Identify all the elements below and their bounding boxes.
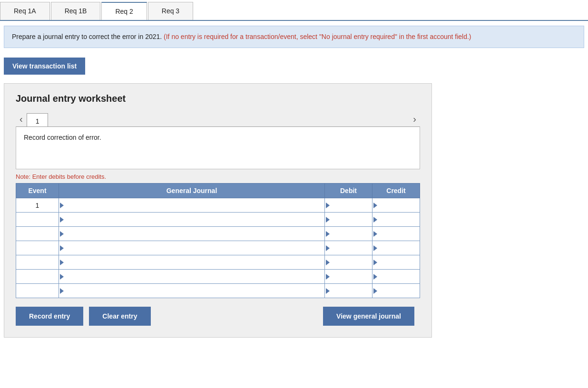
view-transaction-button[interactable]: View transaction list [4, 58, 85, 75]
journal-cell[interactable] [59, 227, 325, 241]
journal-input[interactable] [59, 227, 324, 241]
journal-input[interactable] [59, 284, 324, 298]
debit-cell[interactable] [325, 270, 372, 284]
table-row [16, 213, 420, 227]
event-cell [16, 213, 59, 227]
debit-cell[interactable] [325, 213, 372, 227]
triangle-icon [373, 231, 377, 237]
tab-box: 1 [27, 113, 49, 126]
tab-req1a[interactable]: Req 1A [0, 2, 50, 20]
triangle-icon [373, 245, 377, 251]
table-row [16, 270, 420, 284]
debit-cell[interactable] [325, 255, 372, 270]
instruction-main-text: Prepare a journal entry to correct the e… [12, 33, 162, 40]
tab-req3[interactable]: Req 3 [148, 2, 193, 20]
journal-input[interactable] [59, 255, 324, 269]
current-tab-number: 1 [27, 113, 49, 126]
triangle-icon [60, 245, 64, 251]
journal-input[interactable] [59, 270, 324, 283]
debit-cell[interactable] [325, 241, 372, 255]
triangle-icon [373, 260, 377, 265]
triangle-icon [326, 231, 330, 237]
instruction-red-text: (If no entry is required for a transacti… [162, 33, 471, 40]
debit-input[interactable] [325, 241, 372, 255]
event-cell [16, 270, 59, 284]
triangle-icon [373, 274, 377, 280]
journal-cell[interactable] [59, 241, 325, 255]
next-button[interactable]: › [409, 112, 420, 126]
credit-input[interactable] [372, 198, 420, 212]
credit-cell[interactable] [372, 227, 420, 241]
tabs-bar: Req 1A Req 1B Req 2 Req 3 [0, 0, 588, 21]
debit-input[interactable] [325, 270, 372, 283]
journal-cell[interactable] [59, 213, 325, 227]
journal-input[interactable] [59, 198, 324, 212]
event-cell [16, 284, 59, 298]
credit-cell[interactable] [372, 270, 420, 284]
debit-input[interactable] [325, 255, 372, 269]
nav-row: ‹ 1 › [16, 112, 420, 126]
table-row [16, 255, 420, 270]
table-row [16, 284, 420, 298]
triangle-icon [60, 231, 64, 237]
triangle-icon [60, 203, 64, 208]
credit-cell[interactable] [372, 255, 420, 270]
triangle-icon [326, 274, 330, 280]
triangle-icon [60, 288, 64, 294]
table-row [16, 241, 420, 255]
worksheet-title: Journal entry worksheet [16, 93, 420, 104]
prev-button[interactable]: ‹ [16, 112, 27, 126]
event-cell: 1 [16, 198, 59, 213]
credit-cell[interactable] [372, 284, 420, 298]
journal-table: Event General Journal Debit Credit 1 [16, 183, 420, 298]
credit-cell[interactable] [372, 241, 420, 255]
instruction-box: Prepare a journal entry to correct the e… [4, 26, 584, 48]
tab-req2[interactable]: Req 2 [101, 2, 147, 20]
debit-input[interactable] [325, 213, 372, 226]
debit-cell[interactable] [325, 227, 372, 241]
credit-input[interactable] [372, 227, 420, 241]
debit-cell[interactable] [325, 198, 372, 213]
debit-cell[interactable] [325, 284, 372, 298]
journal-cell[interactable] [59, 284, 325, 298]
col-header-debit: Debit [325, 184, 372, 198]
note-text: Note: Enter debits before credits. [16, 173, 420, 180]
triangle-icon [60, 217, 64, 223]
triangle-icon [60, 274, 64, 280]
credit-input[interactable] [372, 241, 420, 255]
debit-input[interactable] [325, 227, 372, 241]
view-general-journal-button[interactable]: View general journal [323, 307, 414, 326]
col-header-event: Event [16, 184, 59, 198]
action-buttons-row: Record entry Clear entry View general jo… [16, 307, 420, 326]
worksheet-container: Journal entry worksheet ‹ 1 › Record cor… [4, 83, 432, 338]
journal-cell[interactable] [59, 198, 325, 213]
credit-input[interactable] [372, 270, 420, 283]
credit-cell[interactable] [372, 198, 420, 213]
triangle-icon [326, 217, 330, 223]
col-header-credit: Credit [372, 184, 420, 198]
journal-input[interactable] [59, 213, 324, 226]
col-header-journal: General Journal [59, 184, 325, 198]
debit-input[interactable] [325, 284, 372, 298]
event-cell [16, 241, 59, 255]
journal-cell[interactable] [59, 255, 325, 270]
debit-input[interactable] [325, 198, 372, 212]
record-entry-button[interactable]: Record entry [16, 307, 83, 326]
credit-cell[interactable] [372, 213, 420, 227]
triangle-icon [373, 203, 377, 208]
credit-input[interactable] [372, 255, 420, 269]
triangle-icon [373, 217, 377, 223]
table-row: 1 [16, 198, 420, 213]
journal-cell[interactable] [59, 270, 325, 284]
triangle-icon [326, 260, 330, 265]
journal-input[interactable] [59, 241, 324, 255]
triangle-icon [373, 288, 377, 294]
credit-input[interactable] [372, 213, 420, 226]
clear-entry-button[interactable]: Clear entry [89, 307, 150, 326]
event-cell [16, 227, 59, 241]
tab-req1b[interactable]: Req 1B [51, 2, 101, 20]
event-cell [16, 255, 59, 270]
credit-input[interactable] [372, 284, 420, 298]
triangle-icon [326, 203, 330, 208]
triangle-icon [60, 260, 64, 265]
